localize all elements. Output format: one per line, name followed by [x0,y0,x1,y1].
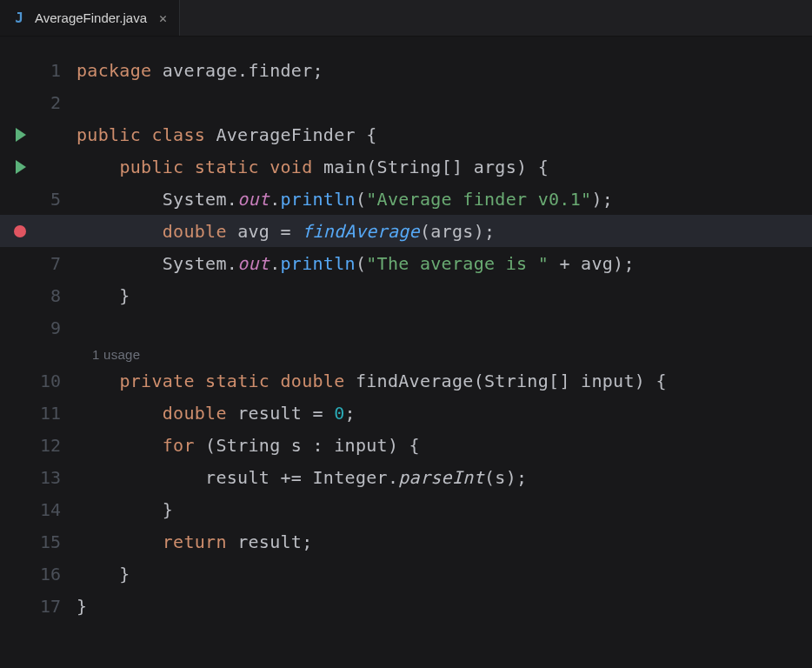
code-content[interactable]: } [77,285,130,306]
file-tab[interactable]: J AverageFinder.java ✕ [0,0,180,36]
code-content[interactable]: public class AverageFinder { [77,124,377,145]
code-content[interactable]: double result = 0; [77,403,356,424]
line-number: 16 [40,564,77,584]
code-line: 8 } [0,279,812,311]
tab-filename: AverageFinder.java [35,10,147,25]
gutter[interactable] [0,225,40,237]
code-line: 2 [0,86,812,118]
code-content[interactable]: for (String s : input) { [77,435,420,456]
line-number: 17 [40,596,77,617]
line-number: 13 [40,467,77,488]
code-line: 7 System.out.println("The average is " +… [0,247,812,279]
breakpoint-icon[interactable] [14,225,26,237]
code-line: 14 } [0,493,812,525]
line-number: 9 [40,317,77,338]
code-content[interactable]: System.out.println("Average finder v0.1"… [77,189,613,210]
code-line: 16 } [0,558,812,590]
code-content[interactable]: result += Integer.parseInt(s); [77,467,527,488]
code-line: 17 } [0,590,812,622]
code-content[interactable]: double avg = findAverage(args); [77,221,495,242]
usage-hint-line: 1 usage [0,344,812,364]
code-editor[interactable]: 1 package average.finder; 2 public class… [0,37,812,622]
line-number: 12 [40,435,77,456]
tab-bar: J AverageFinder.java ✕ [0,0,812,37]
line-number: 8 [40,285,77,306]
code-content[interactable]: System.out.println("The average is " + a… [77,253,635,274]
code-line: public class AverageFinder { [0,118,812,150]
line-number: 2 [40,92,77,113]
run-icon[interactable] [16,160,26,174]
usage-hint[interactable]: 1 usage [77,347,140,362]
line-number: 1 [40,60,77,81]
code-line: 12 for (String s : input) { [0,429,812,461]
line-number: 14 [40,499,77,520]
code-content[interactable]: } [77,499,173,520]
code-line: 11 double result = 0; [0,397,812,429]
code-line: 10 private static double findAverage(Str… [0,364,812,397]
code-line: 9 [0,311,812,344]
code-content[interactable]: } [77,596,87,617]
code-content[interactable]: } [77,564,130,584]
gutter[interactable] [0,128,40,142]
line-number: 10 [40,371,77,391]
java-file-icon: J [12,11,26,25]
close-icon[interactable]: ✕ [156,10,167,26]
code-content[interactable]: public static void main(String[] args) { [77,157,549,177]
line-number: 7 [40,253,77,274]
code-line: public static void main(String[] args) { [0,150,812,183]
code-content[interactable]: package average.finder; [77,60,323,81]
code-line-highlighted: double avg = findAverage(args); [0,215,812,247]
code-content[interactable]: return result; [77,531,313,552]
run-icon[interactable] [16,128,26,142]
code-line: 1 package average.finder; [0,54,812,86]
line-number: 11 [40,403,77,424]
code-line: 15 return result; [0,525,812,558]
code-line: 13 result += Integer.parseInt(s); [0,461,812,493]
code-line: 5 System.out.println("Average finder v0.… [0,183,812,215]
line-number: 5 [40,189,77,210]
usage-hint-text[interactable]: 1 usage [92,347,140,362]
code-content[interactable]: private static double findAverage(String… [77,371,667,391]
gutter[interactable] [0,160,40,174]
line-number: 15 [40,531,77,552]
